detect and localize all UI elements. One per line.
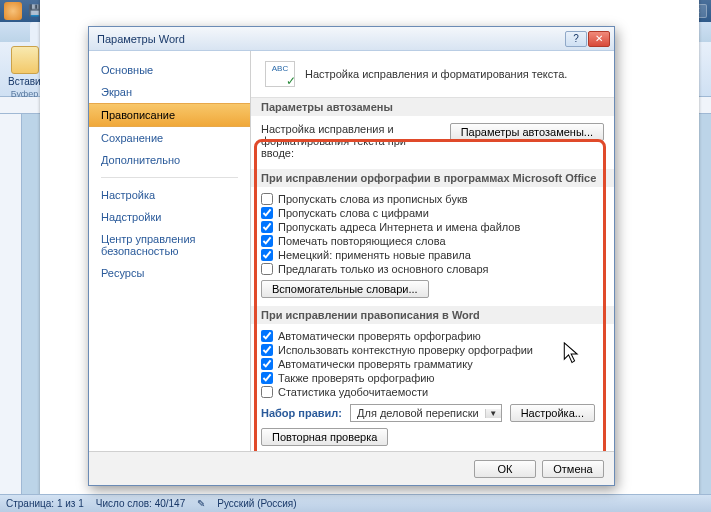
nav-trust[interactable]: Центр управления безопасностью: [89, 228, 250, 262]
nav-addins[interactable]: Надстройки: [89, 206, 250, 228]
nav-advanced[interactable]: Дополнительно: [89, 149, 250, 171]
cancel-button[interactable]: Отмена: [542, 460, 604, 478]
chk-repeated[interactable]: Помечать повторяющиеся слова: [261, 234, 604, 248]
dialog-help-button[interactable]: ?: [565, 31, 587, 47]
vertical-ruler[interactable]: [0, 114, 22, 494]
nav-resources[interactable]: Ресурсы: [89, 262, 250, 284]
section-word-title: При исправлении правописания в Word: [251, 306, 614, 324]
proofing-header-text: Настройка исправления и форматирования т…: [305, 68, 567, 80]
status-proof-icon[interactable]: ✎: [197, 498, 205, 509]
ok-button[interactable]: ОК: [474, 460, 536, 478]
chk-also-spell[interactable]: Также проверять орфографию: [261, 371, 604, 385]
section-autocorrect-title: Параметры автозамены: [251, 98, 614, 116]
chk-mainonly[interactable]: Предлагать только из основного словаря: [261, 262, 604, 276]
chevron-down-icon: ▼: [485, 409, 501, 418]
chk-auto-grammar[interactable]: Автоматически проверять грамматику: [261, 357, 604, 371]
nav-general[interactable]: Основные: [89, 59, 250, 81]
chk-readability[interactable]: Статистика удобочитаемости: [261, 385, 604, 399]
nav-proofing[interactable]: Правописание: [89, 103, 250, 127]
dialog-title: Параметры Word: [93, 33, 564, 45]
chk-auto-spell[interactable]: Автоматически проверять орфографию: [261, 329, 604, 343]
paste-label: Вставить: [8, 76, 41, 87]
chk-internet[interactable]: Пропускать адреса Интернета и имена файл…: [261, 220, 604, 234]
status-words[interactable]: Число слов: 40/147: [96, 498, 186, 509]
dialog-nav: Основные Экран Правописание Сохранение Д…: [89, 51, 251, 451]
chk-context-spell[interactable]: Использовать контекстную проверку орфогр…: [261, 343, 604, 357]
dialog-close-button[interactable]: ✕: [588, 31, 610, 47]
autocorrect-options-button[interactable]: Параметры автозамены...: [450, 123, 604, 141]
rules-label: Набор правил:: [261, 407, 342, 419]
nav-customize[interactable]: Настройка: [89, 184, 250, 206]
office-button[interactable]: [4, 2, 22, 20]
chk-numbers[interactable]: Пропускать слова с цифрами: [261, 206, 604, 220]
autocorrect-description: Настройка исправления и форматирования т…: [261, 123, 442, 159]
recheck-button[interactable]: Повторная проверка: [261, 428, 388, 446]
dialog-titlebar[interactable]: Параметры Word ? ✕: [89, 27, 614, 51]
word-options-dialog: Параметры Word ? ✕ Основные Экран Правоп…: [88, 26, 615, 486]
proofing-header: ABC Настройка исправления и форматирован…: [251, 51, 614, 98]
status-page[interactable]: Страница: 1 из 1: [6, 498, 84, 509]
rules-combo[interactable]: Для деловой переписки ▼: [350, 404, 502, 422]
nav-save[interactable]: Сохранение: [89, 127, 250, 149]
dialog-main: ABC Настройка исправления и форматирован…: [251, 51, 614, 451]
chk-uppercase[interactable]: Пропускать слова из прописных букв: [261, 192, 604, 206]
rules-value: Для деловой переписки: [351, 407, 485, 419]
status-bar: Страница: 1 из 1 Число слов: 40/147 ✎ Ру…: [0, 494, 711, 512]
dialog-footer: ОК Отмена: [89, 451, 614, 485]
paste-icon[interactable]: [11, 46, 39, 74]
nav-display[interactable]: Экран: [89, 81, 250, 103]
abc-icon: ABC: [265, 61, 295, 87]
section-office-title: При исправлении орфографии в программах …: [251, 169, 614, 187]
chk-german[interactable]: Немецкий: применять новые правила: [261, 248, 604, 262]
status-language[interactable]: Русский (Россия): [217, 498, 296, 509]
custom-dictionaries-button[interactable]: Вспомогательные словари...: [261, 280, 429, 298]
rules-settings-button[interactable]: Настройка...: [510, 404, 595, 422]
